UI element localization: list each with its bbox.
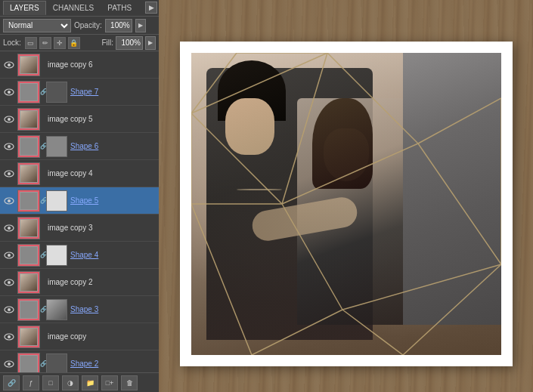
layer-name: image copy 5	[48, 115, 156, 123]
panel-tabs: LAYERS CHANNELS PATHS ▶	[0, 0, 159, 17]
layer-row[interactable]: 🔗Shape 2	[0, 350, 159, 372]
fill-label: Fill:	[101, 39, 113, 47]
blend-mode-select[interactable]: Normal Multiply Screen	[3, 19, 71, 32]
layer-row[interactable]: 🔗Shape 3	[0, 296, 159, 323]
layer-row[interactable]: image copy 5	[0, 106, 159, 133]
layer-name: Shape 4	[70, 251, 156, 259]
layer-thumbnail	[17, 54, 40, 76]
layer-mask-thumbnail	[46, 245, 67, 266]
layer-row[interactable]: image copy 3	[0, 215, 159, 242]
layer-name: image copy	[48, 332, 156, 341]
svg-point-5	[8, 118, 11, 121]
svg-line-28	[191, 53, 327, 113]
layer-row[interactable]: 🔗Shape 4	[0, 242, 159, 269]
layer-mask-thumbnail	[46, 82, 67, 103]
layer-name: Shape 2	[70, 360, 156, 368]
layer-mask-thumbnail	[46, 136, 67, 157]
layer-row[interactable]: image copy 6	[0, 51, 159, 79]
svg-point-23	[8, 363, 11, 366]
layer-visibility-toggle[interactable]	[3, 140, 15, 153]
lock-label: Lock:	[3, 39, 21, 47]
layer-visibility-toggle[interactable]	[3, 331, 15, 343]
fill-arrow[interactable]: ▶	[145, 36, 156, 50]
fill-input[interactable]	[116, 36, 143, 50]
svg-point-19	[8, 308, 11, 311]
layer-visibility-toggle[interactable]	[3, 276, 15, 289]
lock-row: Lock: ▭ ✏ ✛ 🔒 Fill: ▶	[0, 35, 159, 51]
layer-thumbnail	[17, 81, 40, 103]
link-layers-button[interactable]: 🔗	[3, 375, 20, 390]
svg-line-44	[191, 53, 237, 113]
delete-layer-button[interactable]: 🗑	[121, 375, 138, 390]
tab-paths[interactable]: PATHS	[101, 1, 138, 15]
opacity-arrow[interactable]: ▶	[135, 19, 146, 32]
svg-line-32	[282, 144, 418, 204]
svg-point-21	[8, 335, 11, 338]
layer-row[interactable]: image copy	[0, 323, 159, 350]
layer-name: Shape 7	[70, 88, 156, 96]
layer-thumbnail	[17, 162, 40, 185]
new-layer-button[interactable]: □+	[101, 375, 118, 390]
layer-visibility-toggle[interactable]	[3, 86, 15, 98]
tab-channels[interactable]: CHANNELS	[46, 1, 101, 15]
layer-visibility-toggle[interactable]	[3, 113, 15, 125]
layer-thumbnail	[17, 326, 40, 348]
lock-all-button[interactable]: 🔒	[68, 37, 80, 49]
layer-visibility-toggle[interactable]	[3, 168, 15, 180]
svg-point-13	[8, 227, 11, 230]
layer-visibility-toggle[interactable]	[3, 222, 15, 234]
layer-name: image copy 2	[48, 278, 156, 286]
layer-mask-thumbnail	[46, 353, 67, 373]
layer-name: Shape 3	[70, 305, 156, 313]
layer-thumbnail	[17, 244, 40, 267]
svg-line-37	[191, 204, 252, 355]
layer-row[interactable]: 🔗Shape 7	[0, 79, 159, 106]
svg-line-34	[282, 204, 342, 310]
svg-point-11	[8, 199, 11, 202]
opacity-input[interactable]	[105, 19, 132, 32]
layer-visibility-toggle[interactable]	[3, 358, 15, 370]
layer-name: Shape 6	[70, 142, 156, 150]
layer-row[interactable]: 🔗Shape 5	[0, 187, 159, 215]
layer-thumbnail	[17, 271, 40, 294]
svg-line-45	[282, 53, 327, 204]
panel-toolbar: 🔗 ƒ □ ◑ 📁 □+ 🗑	[0, 372, 159, 392]
photo-container	[166, 30, 525, 377]
tab-layers[interactable]: LAYERS	[3, 1, 46, 15]
layer-thumbnail	[17, 135, 40, 158]
add-mask-button[interactable]: □	[42, 375, 59, 390]
lock-image-button[interactable]: ✏	[39, 37, 51, 49]
layers-panel: LAYERS CHANNELS PATHS ▶ Normal Multiply …	[0, 0, 159, 392]
layer-visibility-toggle[interactable]	[3, 249, 15, 261]
svg-line-36	[418, 144, 501, 264]
layer-name: image copy 6	[48, 60, 156, 69]
layer-name: image copy 4	[48, 169, 156, 177]
layer-mask-thumbnail	[46, 190, 67, 211]
opacity-label: Opacity:	[74, 21, 102, 29]
new-group-button[interactable]: 📁	[82, 375, 98, 390]
layer-thumbnail	[17, 217, 40, 239]
layers-list: image copy 6🔗Shape 7image copy 5🔗Shape 6…	[0, 51, 159, 372]
layer-thumbnail	[17, 108, 40, 131]
layer-visibility-toggle[interactable]	[3, 195, 15, 207]
layer-row[interactable]: 🔗Shape 6	[0, 133, 159, 160]
adjustment-button[interactable]: ◑	[62, 375, 79, 390]
layer-row[interactable]: image copy 4	[0, 160, 159, 187]
layer-row[interactable]: image copy 2	[0, 269, 159, 296]
svg-line-31	[191, 113, 282, 204]
layer-visibility-toggle[interactable]	[3, 304, 15, 316]
svg-point-15	[8, 254, 11, 257]
lock-pixels-button[interactable]: ▭	[25, 37, 37, 49]
layer-thumbnail	[17, 353, 40, 373]
layer-style-button[interactable]: ƒ	[23, 375, 39, 390]
svg-line-30	[418, 98, 501, 144]
layer-name: Shape 5	[70, 196, 156, 205]
svg-line-39	[342, 310, 403, 355]
layer-thumbnail	[17, 190, 40, 212]
collapse-button[interactable]: ▶	[145, 2, 157, 14]
layer-visibility-toggle[interactable]	[3, 59, 15, 71]
blend-mode-row: Normal Multiply Screen Opacity: ▶	[0, 17, 159, 35]
lock-position-button[interactable]: ✛	[54, 37, 66, 49]
svg-point-9	[8, 172, 11, 175]
svg-line-38	[252, 310, 342, 355]
